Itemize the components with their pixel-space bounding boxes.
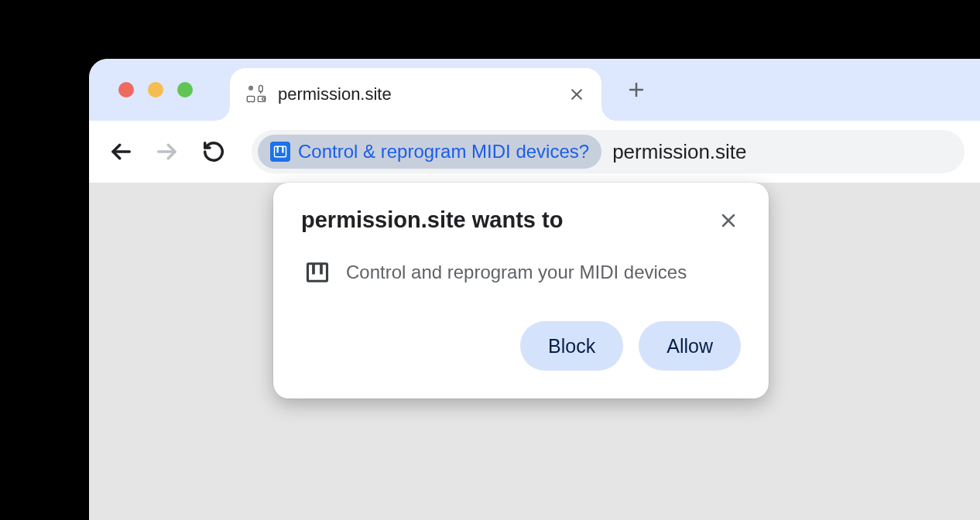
svg-rect-2	[259, 85, 263, 91]
svg-rect-4	[247, 96, 254, 101]
permission-chip[interactable]: Control & reprogram MIDI devices?	[258, 135, 601, 169]
browser-tab[interactable]: permission.site	[230, 68, 601, 121]
window-close-button[interactable]	[118, 82, 134, 98]
tab-title: permission.site	[278, 84, 566, 104]
dialog-buttons: Block Allow	[301, 321, 741, 371]
reload-button[interactable]	[197, 135, 230, 168]
dialog-body: Control and reprogram your MIDI devices	[301, 261, 741, 284]
svg-point-1	[250, 87, 251, 88]
address-bar[interactable]: Control & reprogram MIDI devices? permis…	[252, 130, 965, 173]
midi-piano-icon	[306, 261, 329, 284]
url-text: permission.site	[612, 140, 746, 164]
svg-point-8	[262, 98, 266, 100]
window-controls	[118, 82, 193, 98]
tab-close-button[interactable]	[566, 84, 588, 105]
allow-button[interactable]: Allow	[639, 321, 741, 371]
browser-window: permission.site	[89, 59, 980, 520]
svg-rect-15	[275, 146, 286, 157]
toolbar: Control & reprogram MIDI devices? permis…	[89, 121, 980, 183]
midi-piano-icon	[270, 142, 290, 162]
svg-rect-17	[282, 146, 283, 152]
dialog-header: permission.site wants to	[301, 207, 741, 233]
window-maximize-button[interactable]	[177, 82, 193, 98]
back-button[interactable]	[105, 135, 137, 168]
dialog-close-button[interactable]	[716, 208, 741, 233]
svg-rect-20	[308, 264, 327, 282]
dialog-body-text: Control and reprogram your MIDI devices	[346, 262, 687, 283]
permission-chip-text: Control & reprogram MIDI devices?	[298, 141, 589, 162]
tab-bar: permission.site	[89, 59, 980, 121]
window-minimize-button[interactable]	[148, 82, 163, 98]
svg-rect-16	[277, 146, 279, 152]
permission-dialog: permission.site wants to Control and rep…	[273, 183, 769, 399]
dialog-title: permission.site wants to	[301, 207, 563, 233]
new-tab-button[interactable]	[622, 75, 651, 104]
permission-favicon-icon	[245, 84, 267, 105]
forward-button[interactable]	[151, 135, 183, 168]
block-button[interactable]: Block	[520, 321, 623, 371]
svg-rect-21	[312, 264, 315, 275]
svg-rect-22	[320, 264, 323, 275]
